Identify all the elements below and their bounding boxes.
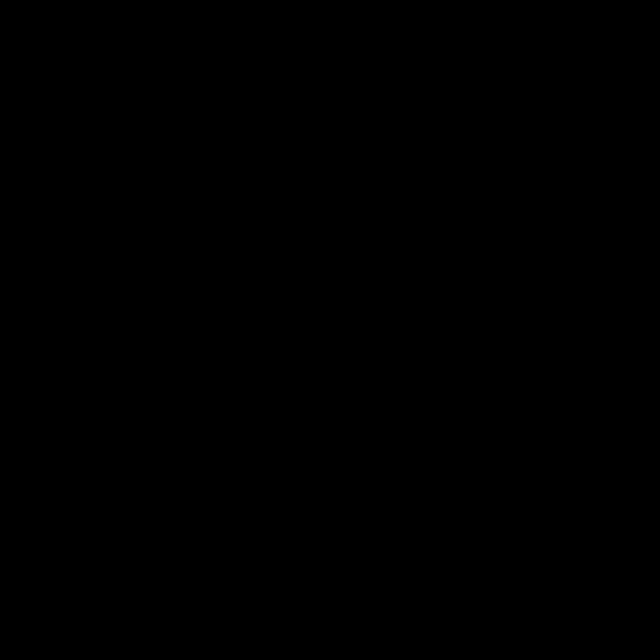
chart-container bbox=[0, 0, 644, 644]
chart-frame bbox=[0, 0, 644, 644]
bottleneck-chart bbox=[0, 0, 644, 644]
